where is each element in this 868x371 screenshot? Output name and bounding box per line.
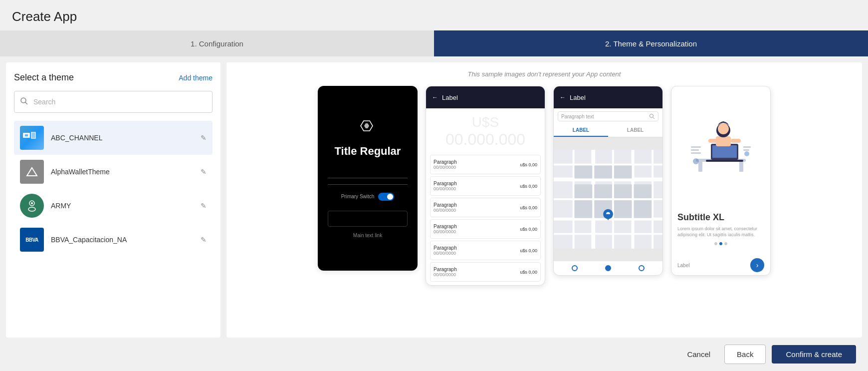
svg-point-55 (744, 151, 749, 156)
svg-rect-54 (743, 149, 749, 151)
theme-panel-title: Select a theme (14, 72, 74, 83)
radio-2 (605, 265, 611, 271)
page-container: Create App 1. Configuration 2. Theme & P… (0, 0, 868, 371)
screen3-header: ← Label (554, 86, 662, 108)
screen4-illustration (671, 86, 770, 206)
svg-line-1 (25, 102, 27, 104)
dot-2 (719, 242, 722, 245)
svg-rect-35 (634, 200, 652, 218)
table-row: Paragraph00/00/0000 u$s 0,00 (430, 155, 541, 174)
theme-item-alpha[interactable]: AlphaWalletTheme ✎ (14, 155, 213, 189)
screen2-amount: U$S00.000.000 (426, 108, 545, 155)
screen4-body: Lorem ipsum dolor sit amet, consectetur … (677, 226, 764, 238)
page-title: Create App (12, 9, 856, 24)
svg-rect-30 (614, 184, 632, 198)
svg-rect-5 (32, 133, 35, 138)
screen3-search-text: Paragraph text (561, 114, 649, 119)
svg-rect-29 (594, 184, 612, 198)
step-2[interactable]: 2. Theme & Personalization (434, 30, 868, 56)
svg-point-47 (718, 123, 729, 134)
abc-channel-icon (20, 126, 44, 150)
screen4-footer-label: Label (677, 263, 689, 268)
search-icon (20, 97, 28, 107)
svg-point-56 (693, 158, 699, 164)
svg-rect-27 (614, 166, 632, 179)
svg-rect-33 (614, 200, 632, 218)
svg-point-9 (28, 207, 35, 211)
main-content: Select a theme Add theme (0, 56, 868, 338)
dot-1 (714, 242, 717, 245)
alpha-wallet-icon (20, 160, 44, 184)
edit-icon-bbva[interactable]: ✎ (201, 236, 207, 244)
preview-hint: This sample images don't represent your … (234, 70, 854, 78)
edit-icon-alpha[interactable]: ✎ (201, 168, 207, 176)
svg-point-12 (650, 114, 653, 118)
table-row: Paragraph00/00/0000 u$s 0,00 (430, 262, 541, 282)
svg-rect-40 (698, 162, 702, 172)
theme-name-alpha: AlphaWalletTheme (51, 168, 201, 176)
screen1-title: Title Regular (335, 145, 401, 158)
edit-icon-army[interactable]: ✎ (201, 202, 207, 210)
screen1-toggle[interactable] (378, 193, 394, 201)
svg-marker-11 (364, 123, 369, 128)
svg-rect-49 (731, 139, 741, 143)
theme-panel: Select a theme Add theme (6, 62, 220, 338)
screen-2-mockup: ← Label U$S00.000.000 Paragraph00/00/000… (426, 86, 545, 286)
screen-1-mockup: Title Regular Primary Switch Main text l… (318, 86, 418, 271)
svg-rect-3 (25, 134, 28, 136)
screen1-divider2 (328, 184, 408, 185)
radio-1 (572, 265, 578, 271)
screen-4-mockup: Subtitle XL Lorem ipsum dolor sit amet, … (671, 86, 771, 276)
svg-rect-31 (575, 200, 593, 218)
svg-rect-50 (691, 146, 701, 148)
preview-panel: This sample images don't represent your … (226, 62, 862, 338)
screen1-link[interactable]: Main text link (353, 233, 382, 238)
search-input[interactable] (14, 91, 213, 113)
theme-item-army[interactable]: ARMY ✎ (14, 189, 213, 223)
svg-rect-48 (708, 139, 718, 143)
screen4-dots (677, 242, 764, 245)
footer-bar: Cancel Back Confirm & create (0, 338, 868, 371)
screen3-tab2[interactable]: LABEL (608, 124, 662, 137)
screen2-rows: Paragraph00/00/0000 u$s 0,00 Paragraph00… (426, 155, 545, 285)
screen3-search-bar: Paragraph text (554, 108, 662, 124)
svg-rect-41 (739, 162, 743, 172)
screen1-toggle-row: Primary Switch (341, 193, 395, 201)
svg-rect-51 (691, 149, 699, 151)
svg-rect-26 (594, 166, 612, 179)
theme-name-army: ARMY (51, 202, 201, 210)
steps-bar: 1. Configuration 2. Theme & Personalizat… (0, 30, 868, 56)
table-row: Paragraph00/00/0000 u$s 0,00 (430, 198, 541, 217)
screen3-tab1[interactable]: LABEL (554, 124, 608, 137)
screen1-button[interactable] (328, 211, 408, 227)
theme-item-bbva[interactable]: BBVA BBVA_Capacitacion_NA ✎ (14, 223, 213, 257)
svg-rect-25 (575, 166, 593, 179)
step-1[interactable]: 1. Configuration (0, 30, 434, 56)
army-icon (20, 194, 44, 218)
svg-rect-43 (712, 145, 737, 158)
screen1-divider (328, 178, 408, 178)
table-row: Paragraph00/00/0000 u$s 0,00 (430, 219, 541, 239)
theme-item-abc[interactable]: ABC_CHANNEL ✎ (14, 121, 213, 155)
screen4-next-button[interactable]: › (750, 258, 764, 272)
svg-rect-53 (743, 146, 751, 148)
screen3-map (554, 137, 662, 261)
screen2-back-icon: ← (432, 94, 438, 101)
screen4-footer: Label › (671, 255, 770, 275)
search-wrapper (14, 91, 213, 113)
screen2-header-label: Label (442, 94, 458, 101)
cancel-button[interactable]: Cancel (679, 346, 718, 363)
screen2-header: ← Label (426, 86, 545, 108)
screen3-tabs: LABEL LABEL (554, 124, 662, 137)
svg-marker-6 (27, 168, 37, 176)
screen-3-mockup: ← Label Paragraph text LABEL LABEL (553, 86, 663, 276)
screen1-toggle-label: Primary Switch (341, 194, 375, 199)
theme-list: ABC_CHANNEL ✎ AlphaWalletTheme ✎ (14, 121, 213, 328)
back-button[interactable]: Back (724, 345, 766, 364)
theme-panel-header: Select a theme Add theme (14, 72, 213, 83)
add-theme-button[interactable]: Add theme (179, 74, 213, 82)
screen3-label: Label (570, 94, 586, 101)
bbva-icon: BBVA (20, 228, 44, 252)
edit-icon-abc[interactable]: ✎ (201, 134, 207, 142)
confirm-create-button[interactable]: Confirm & create (772, 345, 856, 364)
